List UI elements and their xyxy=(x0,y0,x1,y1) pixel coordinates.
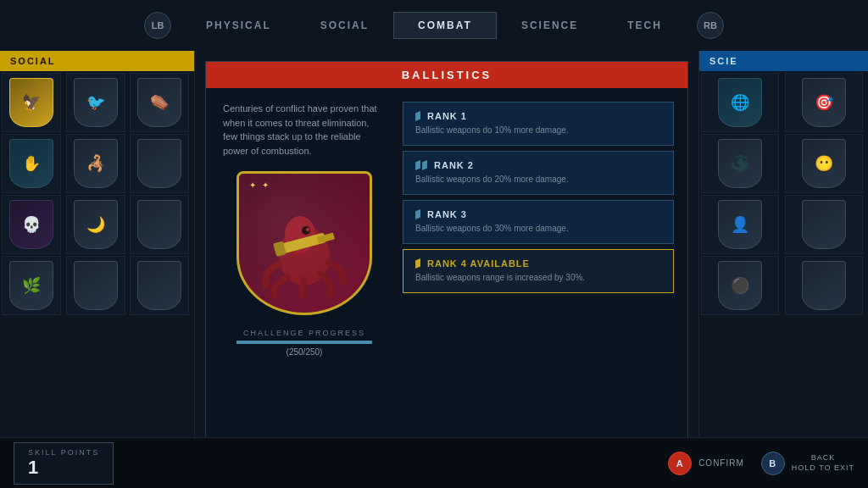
skill-points-value: 1 xyxy=(28,457,99,479)
confirm-btn-icon: A xyxy=(668,452,692,475)
list-item[interactable]: 🦅 xyxy=(2,73,61,132)
footer-back-button[interactable]: B BACKHOLD TO EXIT xyxy=(761,452,854,475)
svg-point-1 xyxy=(285,216,315,253)
svg-rect-4 xyxy=(279,232,326,254)
skill-badge: ✋ xyxy=(9,139,53,188)
progress-bar-fill xyxy=(236,341,372,344)
tab-social[interactable]: SOCIAL xyxy=(296,12,393,39)
skill-badge xyxy=(802,261,846,310)
sidebar-left: SOCIAL 🦅 🐦 ⚰️ ✋ 🦂 💀 🌙 xyxy=(0,51,195,488)
list-item[interactable] xyxy=(130,195,189,254)
skill-badge: 🐦 xyxy=(74,78,118,127)
skill-badge: 🌙 xyxy=(74,200,118,249)
footer-back-label: BACKHOLD TO EXIT xyxy=(792,453,854,473)
footer: SKILL POINTS 1 A CONFIRM B BACKHOLD TO E… xyxy=(0,437,868,488)
list-item[interactable] xyxy=(785,195,863,254)
footer-back-btn-icon: B xyxy=(761,452,785,475)
left-skill-grid: 🦅 🐦 ⚰️ ✋ 🦂 💀 🌙 🌿 xyxy=(0,71,194,317)
svg-point-2 xyxy=(302,226,310,235)
list-item[interactable]: 🌐 xyxy=(701,73,779,132)
challenge-progress: CHALLENGE PROGRESS (250/250) xyxy=(236,329,372,357)
list-item[interactable]: 🌙 xyxy=(66,195,125,254)
skill-badge: 🦅 xyxy=(9,78,53,127)
rank-title-4: RANK 4 AVAILABLE xyxy=(415,258,661,269)
main-content: BALLISTICS Centuries of conflict have pr… xyxy=(195,51,698,488)
list-item[interactable]: ⚰️ xyxy=(130,73,189,132)
rank-icon-4 xyxy=(415,258,420,269)
list-item[interactable]: 💀 xyxy=(2,195,61,254)
rank-label-1: RANK 1 xyxy=(427,111,467,121)
list-item[interactable]: 🦂 xyxy=(66,134,125,193)
skill-badge: 🦂 xyxy=(74,139,118,188)
rank-item-3[interactable]: RANK 3 Ballistic weapons do 30% more dam… xyxy=(403,200,674,244)
skill-badge xyxy=(802,200,846,249)
rank-item-2[interactable]: RANK 2 Ballistic weapons do 20% more dam… xyxy=(403,151,674,195)
skill-badge-image xyxy=(253,188,355,298)
progress-text: (250/250) xyxy=(236,347,372,357)
list-item[interactable] xyxy=(130,256,189,315)
skill-badge xyxy=(137,200,181,249)
rank-pip xyxy=(415,209,420,219)
list-item[interactable]: 🌿 xyxy=(2,256,61,315)
rank-pip-gold xyxy=(415,258,420,269)
list-item[interactable]: 🌑 xyxy=(701,134,779,193)
skill-big-badge: ✦ ✦ xyxy=(236,171,372,315)
rank-title-2: RANK 2 xyxy=(415,160,661,170)
skill-points-label: SKILL POINTS xyxy=(28,448,99,457)
ballistics-panel: BALLISTICS Centuries of conflict have pr… xyxy=(205,61,688,478)
skill-badge: 💀 xyxy=(9,200,53,249)
rank-desc-3: Ballistic weapons do 30% more damage. xyxy=(415,223,661,235)
top-navigation: LB PHYSICAL SOCIAL COMBAT SCIENCE TECH R… xyxy=(0,0,868,51)
svg-point-0 xyxy=(279,226,330,286)
skill-badge xyxy=(137,261,181,310)
challenge-progress-label: CHALLENGE PROGRESS xyxy=(236,329,372,337)
rank-item-1[interactable]: RANK 1 Ballistic weapons do 10% more dam… xyxy=(403,102,674,146)
panel-title: BALLISTICS xyxy=(206,62,687,88)
skill-badge: 🌑 xyxy=(718,139,762,188)
stars-decoration: ✦ ✦ xyxy=(249,180,270,190)
skill-points-box: SKILL POINTS 1 xyxy=(14,442,114,485)
rank-icon-3 xyxy=(415,209,420,219)
confirm-label: CONFIRM xyxy=(698,458,744,468)
footer-actions: A CONFIRM B BACKHOLD TO EXIT xyxy=(668,452,854,475)
tab-science[interactable]: SCIENCE xyxy=(497,12,603,39)
list-item[interactable]: 🐦 xyxy=(66,73,125,132)
tab-tech[interactable]: TECH xyxy=(603,12,687,39)
rank-label-3: RANK 3 xyxy=(427,209,467,219)
rank-desc-1: Ballistic weapons do 10% more damage. xyxy=(415,125,661,136)
rank-list: RANK 1 Ballistic weapons do 10% more dam… xyxy=(403,102,674,426)
list-item[interactable] xyxy=(130,134,189,193)
list-item[interactable]: ✋ xyxy=(2,134,61,193)
list-item[interactable]: 👤 xyxy=(701,195,779,254)
rank-item-4[interactable]: RANK 4 AVAILABLE Ballistic weapons range… xyxy=(403,249,674,293)
rank-title-1: RANK 1 xyxy=(415,111,661,121)
rank-label-2: RANK 2 xyxy=(434,160,474,170)
list-item[interactable] xyxy=(66,256,125,315)
list-item[interactable]: 🎯 xyxy=(785,73,863,132)
sidebar-right: SCIE 🌐 🎯 🌑 😶 👤 ⚫ xyxy=(698,51,868,488)
skill-badge: ⚰️ xyxy=(137,78,181,127)
confirm-button[interactable]: A CONFIRM xyxy=(668,452,744,475)
skill-badge: 🌐 xyxy=(718,78,762,127)
skill-badge: 👤 xyxy=(718,200,762,249)
rb-button[interactable]: RB xyxy=(697,12,724,39)
skill-badge: ⚫ xyxy=(718,261,762,310)
right-skill-grid: 🌐 🎯 🌑 😶 👤 ⚫ xyxy=(699,71,868,317)
panel-body: Centuries of conflict have proven that w… xyxy=(206,88,687,440)
rank-pip xyxy=(422,160,427,170)
rank-desc-4: Ballistic weapons range is increased by … xyxy=(415,272,661,284)
lb-button[interactable]: LB xyxy=(144,12,171,39)
list-item[interactable] xyxy=(785,256,863,315)
tab-physical[interactable]: PHYSICAL xyxy=(181,12,296,39)
rank-desc-2: Ballistic weapons do 20% more damage. xyxy=(415,174,661,186)
list-item[interactable]: 😶 xyxy=(785,134,863,193)
tab-combat[interactable]: COMBAT xyxy=(393,12,497,39)
progress-bar-container xyxy=(236,341,372,344)
svg-point-3 xyxy=(306,228,309,231)
rank-icon-2 xyxy=(415,160,427,170)
skill-description: Centuries of conflict have proven that w… xyxy=(220,102,389,158)
skill-badge: 😶 xyxy=(802,139,846,188)
rank-icon-1 xyxy=(415,111,420,121)
svg-rect-5 xyxy=(317,233,335,244)
list-item[interactable]: ⚫ xyxy=(701,256,779,315)
